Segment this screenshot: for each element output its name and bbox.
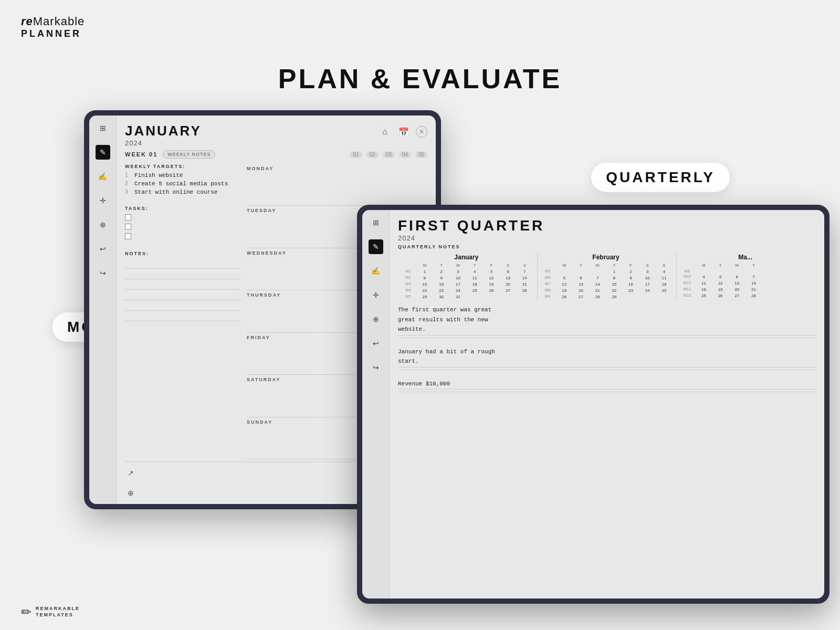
q-forward-icon[interactable]: ↪ (369, 360, 383, 375)
week-label: WEEK 01 (125, 151, 158, 158)
q-note-1-text3: website. (398, 325, 816, 334)
edit2-icon[interactable]: ✍ (96, 169, 110, 184)
target-3: 3 Start with online course (125, 189, 240, 195)
note-line-2 (125, 270, 240, 279)
week-num-5[interactable]: 05 (415, 151, 427, 158)
week-num-3[interactable]: 03 (383, 151, 395, 158)
target-1-text: Finish website (134, 172, 183, 178)
quarterly-label: QUARTERLY (591, 163, 730, 192)
q-edit2-icon[interactable]: ✍ (369, 264, 383, 278)
quarterly-sidebar: ⊞ ✎ ✍ ✛ ⊕ ↩ ↪ (362, 210, 390, 598)
q-edit-icon[interactable]: ✎ (369, 239, 383, 254)
january-calendar: January M T W T F S S W11234567 W2891011… (398, 254, 538, 300)
q-note-2-text2: start. (398, 357, 816, 366)
target-2-text: Create 5 social media posts (134, 181, 228, 187)
targets-section: WEEKLY TARGETS: 1 Finish website 2 Creat… (125, 164, 240, 197)
edit-icon[interactable]: ✎ (96, 145, 110, 160)
move-icon[interactable]: ✛ (96, 193, 110, 208)
week-num-1[interactable]: 01 (350, 151, 362, 158)
notes-section: NOTES: (125, 251, 240, 322)
q-note-1-text2: great results with the new (398, 316, 816, 324)
target-2: 2 Create 5 social media posts (125, 181, 240, 187)
q-back-icon[interactable]: ↩ (369, 336, 383, 351)
q-note-1: The first quarter was great great result… (398, 306, 816, 340)
february-calendar: February M T W T F S S W51234 W656789101… (538, 254, 677, 300)
q-zoom-icon[interactable]: ⊕ (369, 312, 383, 327)
q-note-2-text: January had a bit of a rough (398, 348, 816, 356)
note-line-3 (125, 280, 240, 290)
back-icon[interactable]: ↩ (96, 242, 110, 256)
weekly-month: JANUARY (125, 123, 202, 139)
targets-label: WEEKLY TARGETS: (125, 164, 240, 169)
task-checkbox-1[interactable] (125, 214, 131, 220)
logo: reMarkable PLANNER (21, 15, 85, 39)
tasks-label: TASKS: (125, 206, 240, 211)
calendar-grid: January M T W T F S S W11234567 W2891011… (398, 254, 816, 300)
bottom-logo-text: REMARKABLE TEMPLATES (36, 606, 80, 618)
brand-name: reMarkable (21, 15, 85, 28)
week-num-4[interactable]: 04 (399, 151, 411, 158)
layers-icon[interactable]: ⊕ (125, 487, 136, 499)
week-num-2[interactable]: 02 (366, 151, 379, 158)
quarterly-title: FIRST QUARTER (398, 217, 544, 234)
forward-icon[interactable]: ↪ (96, 266, 110, 280)
quarterly-notes-body: The first quarter was great great result… (398, 306, 816, 598)
task-checkbox-2[interactable] (125, 224, 131, 230)
q-move-icon[interactable]: ✛ (369, 288, 383, 302)
task-3 (125, 233, 240, 239)
quarterly-year: 2024 (398, 234, 544, 242)
q-note-3: Revenue $10,000 (398, 380, 816, 395)
quarterly-notes-label: QUARTERLY NOTES (398, 244, 816, 249)
note-line-5 (125, 301, 240, 311)
brand-subtitle: PLANNER (21, 28, 85, 39)
task-checkbox-3[interactable] (125, 233, 131, 239)
march-calendar: Ma... M T W T W9 W104567 W1111121314 W12… (677, 254, 816, 300)
target-3-text: Start with online course (134, 189, 217, 195)
home-icon[interactable]: ⌂ (378, 125, 392, 139)
weekly-year: 2024 (125, 139, 202, 147)
week-numbers: 01 02 03 04 05 (350, 151, 427, 158)
pencil-icon: ✏ (21, 605, 32, 620)
target-1: 1 Finish website (125, 172, 240, 178)
export-icon[interactable]: ↗ (125, 467, 136, 479)
calendar-icon[interactable]: 📅 (397, 125, 411, 139)
task-2 (125, 224, 240, 230)
close-button[interactable]: ✕ (416, 126, 427, 138)
quarterly-tablet: ⊞ ✎ ✍ ✛ ⊕ ↩ ↪ FIRST QUARTER 2024 QUARTER… (357, 205, 830, 604)
monday-row: MONDAY (247, 164, 427, 206)
quarterly-content: FIRST QUARTER 2024 QUARTERLY NOTES Janua… (390, 210, 824, 598)
q-note-3-text: Revenue $10,000 (398, 380, 816, 388)
q-grid-icon[interactable]: ⊞ (369, 215, 383, 230)
tasks-section: TASKS: (125, 206, 240, 243)
weekly-notes-button[interactable]: WEEKLY NOTES (163, 150, 215, 159)
notes-label: NOTES: (125, 251, 240, 256)
page-title: PLAN & EVALUATE (278, 63, 562, 94)
note-line-1 (125, 259, 240, 269)
bottom-logo: ✏ REMARKABLE TEMPLATES (21, 605, 80, 620)
weekly-sidebar: ⊞ ✎ ✍ ✛ ⊕ ↩ ↪ (89, 116, 117, 504)
task-1 (125, 214, 240, 220)
note-line-6 (125, 312, 240, 321)
grid-icon[interactable]: ⊞ (96, 121, 110, 135)
q-note-2: January had a bit of a rough start. (398, 348, 816, 372)
note-line-4 (125, 291, 240, 300)
zoom-icon[interactable]: ⊕ (96, 217, 110, 232)
q-note-1-text: The first quarter was great (398, 306, 816, 314)
